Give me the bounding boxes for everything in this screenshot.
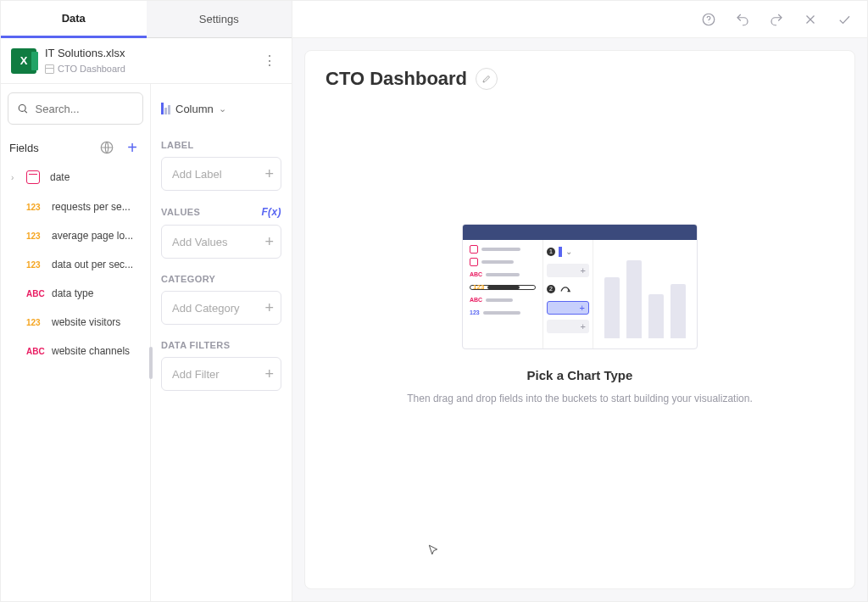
search-icon (17, 102, 29, 115)
svg-point-0 (19, 105, 25, 112)
section-category-title: CATEGORY (161, 274, 281, 284)
undo-button[interactable] (730, 7, 755, 32)
titlebar (292, 1, 867, 38)
scroll-thumb[interactable] (149, 347, 153, 379)
file-sub: CTO Dashboard (45, 63, 249, 75)
column-chart-icon (161, 103, 170, 114)
globe-icon[interactable] (97, 138, 116, 157)
section-label-title: LABEL (161, 140, 281, 150)
file-more-button[interactable]: ⋮ (258, 49, 281, 73)
field-item[interactable]: 123data out per sec... (8, 250, 143, 279)
field-item[interactable]: 123average page lo... (8, 221, 143, 250)
add-category-icon: + (264, 299, 274, 317)
help-button[interactable] (696, 7, 721, 32)
text-type-icon: ABC (26, 289, 45, 298)
left-sidebar: Data Settings X IT Solutions.xlsx CTO Da… (1, 1, 292, 601)
field-item[interactable]: ABCwebsite channels (8, 337, 143, 365)
chevron-right-icon: › (11, 173, 19, 182)
field-label: data out per sec... (52, 259, 140, 270)
sheet-icon (45, 64, 54, 74)
category-bucket[interactable]: Add Category + (161, 291, 281, 325)
redo-button[interactable] (764, 7, 789, 32)
values-bucket-placeholder: Add Values (172, 236, 228, 248)
app-root: Data Settings X IT Solutions.xlsx CTO Da… (0, 0, 868, 602)
sheet-name: CTO Dashboard (58, 63, 125, 75)
two-col: Fields + ›date123requests per se...123av… (1, 84, 292, 601)
field-item[interactable]: 123website visitors (8, 308, 143, 337)
excel-icon: X (11, 48, 36, 74)
empty-state-title: Pick a Chart Type (527, 368, 633, 382)
field-label: website channels (52, 345, 140, 357)
numeric-type-icon: 123 (26, 318, 45, 327)
field-label: website visitors (52, 316, 140, 328)
cursor-icon (427, 544, 439, 560)
tab-settings[interactable]: Settings (147, 1, 292, 38)
search-box[interactable] (8, 92, 143, 125)
empty-state-graphic: ABC 123 ABC 123 1⌄ + 2 + + (462, 224, 698, 349)
fields-header: Fields + (9, 138, 142, 157)
fields-header-label: Fields (9, 142, 39, 154)
svg-line-1 (25, 111, 27, 114)
close-button[interactable] (798, 7, 823, 32)
label-bucket-placeholder: Add Label (172, 168, 222, 181)
field-list: ›date123requests per se...123average pag… (8, 162, 143, 365)
field-label: average page lo... (52, 230, 140, 242)
fields-panel: Fields + ›date123requests per se...123av… (1, 84, 151, 601)
file-row: X IT Solutions.xlsx CTO Dashboard ⋮ (1, 38, 292, 84)
numeric-type-icon: 123 (26, 231, 45, 241)
category-bucket-placeholder: Add Category (172, 302, 240, 315)
field-label: date (50, 171, 140, 183)
field-item[interactable]: ›date (8, 162, 143, 192)
values-bucket[interactable]: Add Values + (161, 225, 281, 259)
empty-state-subtitle: Then drag and drop fields into the bucke… (407, 393, 753, 404)
fx-button[interactable]: F(x) (261, 206, 281, 218)
file-name: IT Solutions.xlsx (45, 47, 249, 61)
chart-type-label: Column (175, 103, 214, 115)
section-values-title: VALUES F(x) (161, 206, 281, 218)
chart-type-picker[interactable]: Column ⌄ (161, 92, 281, 125)
section-filters-title: DATA FILTERS (161, 340, 281, 350)
field-label: data type (52, 287, 140, 299)
search-input[interactable] (36, 103, 135, 115)
field-item[interactable]: 123requests per se... (8, 192, 143, 221)
filters-bucket-placeholder: Add Filter (172, 368, 220, 381)
numeric-type-icon: 123 (26, 203, 45, 212)
buckets-panel: Column ⌄ LABEL Add Label + VALUES F(x) A… (151, 84, 292, 601)
date-type-icon (26, 170, 40, 184)
svg-point-4 (709, 22, 709, 23)
add-filter-icon: + (264, 365, 274, 383)
add-field-button[interactable]: + (123, 138, 142, 157)
numeric-type-icon: 123 (26, 260, 45, 270)
add-values-icon: + (264, 233, 274, 251)
confirm-button[interactable] (832, 7, 857, 32)
chevron-down-icon: ⌄ (219, 103, 226, 114)
tab-data[interactable]: Data (1, 1, 147, 38)
add-label-icon: + (264, 165, 274, 183)
text-type-icon: ABC (26, 347, 45, 356)
label-bucket[interactable]: Add Label + (161, 157, 281, 191)
main-area: CTO Dashboard ABC 123 ABC (292, 1, 867, 601)
field-item[interactable]: ABCdata type (8, 279, 143, 308)
canvas: CTO Dashboard ABC 123 ABC (304, 50, 855, 589)
filters-bucket[interactable]: Add Filter + (161, 357, 281, 391)
empty-state: ABC 123 ABC 123 1⌄ + 2 + + (326, 56, 834, 571)
field-label: requests per se... (52, 201, 140, 213)
sidebar-tabs: Data Settings (1, 1, 292, 38)
file-meta: IT Solutions.xlsx CTO Dashboard (45, 47, 249, 75)
